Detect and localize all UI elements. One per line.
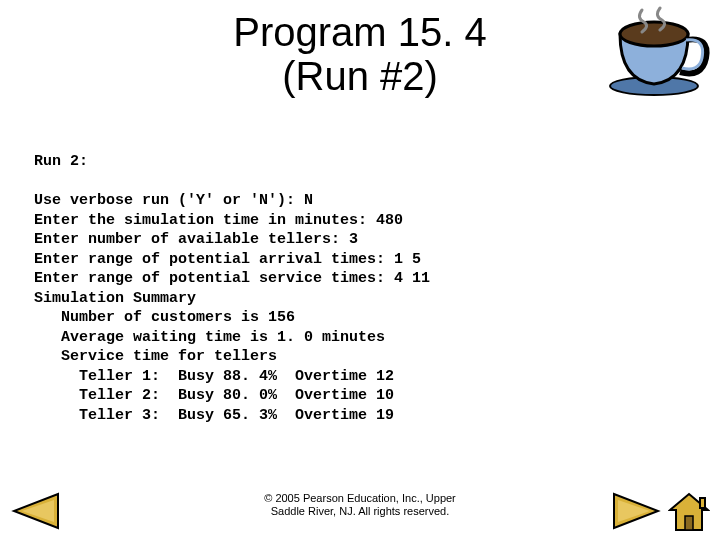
teller-name: Teller 1: xyxy=(79,368,160,385)
previous-button[interactable] xyxy=(8,490,62,532)
svg-rect-8 xyxy=(700,498,705,508)
teller-name: Teller 3: xyxy=(79,407,160,424)
out-line-4: Enter range of potential arrival times: … xyxy=(34,251,421,268)
teller-name: Teller 2: xyxy=(79,387,160,404)
next-button[interactable] xyxy=(610,490,664,532)
out-line-6: Simulation Summary xyxy=(34,290,196,307)
teller-busy: Busy 65. 3% xyxy=(178,407,277,424)
out-line-7: Number of customers is 156 xyxy=(34,309,295,326)
svg-point-1 xyxy=(620,22,688,46)
svg-rect-7 xyxy=(685,516,693,530)
out-line-8: Average waiting time is 1. 0 minutes xyxy=(34,329,385,346)
teller-busy: Busy 80. 0% xyxy=(178,387,277,404)
teller-busy: Busy 88. 4% xyxy=(178,368,277,385)
title-line-2: (Run #2) xyxy=(282,54,438,98)
copyright-line-1: © 2005 Pearson Education, Inc., Upper xyxy=(264,492,456,504)
run-label: Run 2: xyxy=(34,153,88,170)
home-button[interactable] xyxy=(668,492,710,532)
out-line-1: Use verbose run ('Y' or 'N'): N xyxy=(34,192,313,209)
copyright-line-2: Saddle River, NJ. All rights reserved. xyxy=(271,505,450,517)
teller-row: Teller 2: Busy 80. 0% Overtime 10 xyxy=(34,387,394,404)
teller-over: Overtime 12 xyxy=(295,368,394,385)
program-output: Run 2: Use verbose run ('Y' or 'N'): N E… xyxy=(34,152,430,425)
title-line-1: Program 15. 4 xyxy=(233,10,486,54)
slide: Program 15. 4 (Run #2) Run 2: Use verbos… xyxy=(0,0,720,540)
teacup-icon xyxy=(602,6,712,98)
out-line-9: Service time for tellers xyxy=(34,348,277,365)
out-line-5: Enter range of potential service times: … xyxy=(34,270,430,287)
out-line-2: Enter the simulation time in minutes: 48… xyxy=(34,212,403,229)
teller-row: Teller 3: Busy 65. 3% Overtime 19 xyxy=(34,407,394,424)
teller-over: Overtime 19 xyxy=(295,407,394,424)
out-line-3: Enter number of available tellers: 3 xyxy=(34,231,358,248)
teller-over: Overtime 10 xyxy=(295,387,394,404)
teller-row: Teller 1: Busy 88. 4% Overtime 12 xyxy=(34,368,394,385)
